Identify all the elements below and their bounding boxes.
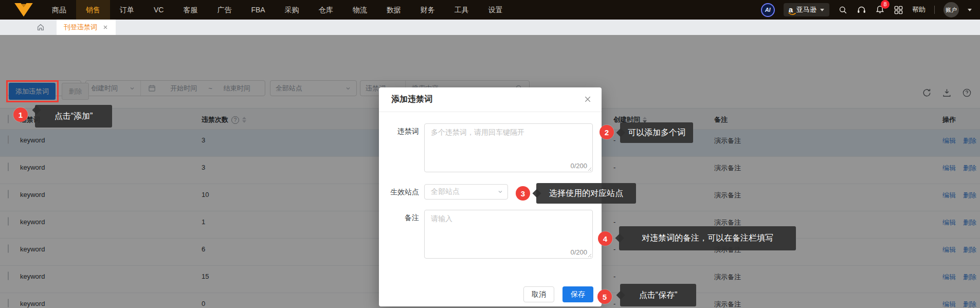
field-row-site: 生效站点 全部站点 — [379, 184, 508, 200]
search-icon[interactable] — [838, 5, 848, 15]
nav-item-warehouse[interactable]: 仓库 — [309, 0, 343, 20]
keyword-char-counter: 0/200 — [570, 162, 587, 170]
nav-item-service[interactable]: 客服 — [173, 0, 207, 20]
step-badge-5: 5 — [597, 289, 612, 304]
nav-item-sales[interactable]: 销售 — [76, 0, 110, 20]
tooltip-text: 选择使用的对应站点 — [549, 188, 623, 199]
tab-label: 刊登违禁词 — [64, 23, 97, 32]
step-badge-1: 1 — [13, 107, 28, 122]
tooltip-step-5: 点击“保存” — [620, 284, 696, 306]
page: 商品 销售 订单 VC 客服 广告 FBA 采购 仓库 物流 数据 财务 工具 … — [0, 0, 980, 308]
remark-field-label: 备注 — [379, 210, 419, 259]
resize-handle[interactable] — [587, 252, 591, 257]
help-link[interactable]: 帮助 — [912, 5, 925, 14]
save-button-label: 保存 — [571, 290, 585, 299]
apps-grid-icon[interactable] — [894, 5, 903, 15]
save-button[interactable]: 保存 — [562, 286, 593, 302]
tooltip-step-4: 对违禁词的备注，可以在备注栏填写 — [619, 226, 796, 250]
dialog-footer: 取消 保存 — [523, 286, 593, 302]
tab-prohibited-words[interactable]: 刊登违禁词 — [57, 20, 116, 35]
tooltip-text: 点击“保存” — [639, 290, 678, 301]
tooltip-step-3: 选择使用的对应站点 — [536, 183, 636, 204]
nav-item-orders[interactable]: 订单 — [110, 0, 144, 20]
resize-handle[interactable] — [587, 166, 591, 171]
tooltip-step-2: 可以添加多个词 — [620, 122, 693, 143]
store-name: 亚马逊 — [796, 5, 816, 14]
keyword-textarea[interactable]: 多个违禁词，请用回车键隔开 0/200 — [424, 123, 593, 172]
nav-item-finance[interactable]: 财务 — [411, 0, 445, 20]
chevron-down-icon — [820, 9, 824, 11]
account-avatar[interactable]: 账户 — [943, 2, 959, 17]
nav-item-data[interactable]: 数据 — [377, 0, 411, 20]
site-select-field[interactable]: 全部站点 — [424, 184, 508, 200]
tab-bar: 刊登违禁词 — [0, 20, 980, 35]
field-row-remark: 备注 请输入 0/200 — [379, 210, 593, 259]
tooltip-step-1: 点击“添加” — [35, 105, 112, 128]
step-badge-4: 4 — [598, 231, 612, 246]
notifications-bell[interactable]: 8 — [875, 4, 885, 16]
field-row-keyword: 违禁词 多个违禁词，请用回车键隔开 0/200 — [379, 123, 593, 172]
account-chevron-down-icon[interactable] — [968, 9, 972, 11]
nav-item-fba[interactable]: FBA — [241, 0, 275, 20]
main-menu: 商品 销售 订单 VC 客服 广告 FBA 采购 仓库 物流 数据 财务 工具 … — [42, 0, 513, 20]
remark-char-counter: 0/200 — [570, 248, 587, 256]
dialog-title: 添加违禁词 — [391, 94, 432, 105]
step-badge-3: 3 — [516, 186, 530, 201]
headset-support-icon[interactable] — [857, 5, 866, 15]
nav-item-settings[interactable]: 设置 — [479, 0, 513, 20]
store-switcher[interactable]: a 亚马逊 — [784, 3, 829, 16]
amazon-logo-icon: a — [789, 6, 793, 13]
app-logo-icon[interactable] — [12, 2, 35, 17]
keyword-field-label: 违禁词 — [379, 123, 419, 172]
tooltip-text: 点击“添加” — [55, 111, 93, 122]
keyword-placeholder: 多个违禁词，请用回车键隔开 — [431, 128, 524, 136]
remark-placeholder: 请输入 — [431, 214, 452, 223]
notification-badge: 8 — [881, 0, 890, 9]
cancel-button[interactable]: 取消 — [523, 286, 554, 302]
nav-item-tools[interactable]: 工具 — [445, 0, 479, 20]
site-select-value: 全部站点 — [431, 187, 460, 196]
cancel-button-label: 取消 — [532, 290, 546, 299]
site-field-label: 生效站点 — [379, 184, 419, 200]
ai-assistant-icon[interactable]: AI — [761, 3, 775, 17]
tooltip-text: 对违禁词的备注，可以在备注栏填写 — [642, 233, 773, 244]
nav-item-products[interactable]: 商品 — [42, 0, 76, 20]
home-tab-button[interactable] — [32, 20, 49, 35]
nav-item-logistics[interactable]: 物流 — [343, 0, 377, 20]
top-navbar: 商品 销售 订单 VC 客服 广告 FBA 采购 仓库 物流 数据 财务 工具 … — [0, 0, 980, 20]
dialog-header: 添加违禁词 — [379, 87, 602, 112]
close-dialog-icon[interactable] — [584, 95, 592, 103]
nav-item-ads[interactable]: 广告 — [207, 0, 241, 20]
home-icon — [37, 23, 45, 31]
remark-textarea[interactable]: 请输入 0/200 — [424, 210, 593, 259]
nav-item-vc[interactable]: VC — [144, 0, 173, 20]
navbar-right: AI a 亚马逊 8 — [761, 2, 980, 17]
step-badge-2: 2 — [600, 125, 614, 139]
chevron-down-icon — [497, 189, 503, 195]
nav-item-purchase[interactable]: 采购 — [275, 0, 309, 20]
tooltip-text: 可以添加多个词 — [628, 128, 685, 138]
close-tab-icon[interactable] — [102, 24, 108, 30]
highlight-box-add-button — [6, 80, 59, 102]
divider — [934, 6, 935, 14]
